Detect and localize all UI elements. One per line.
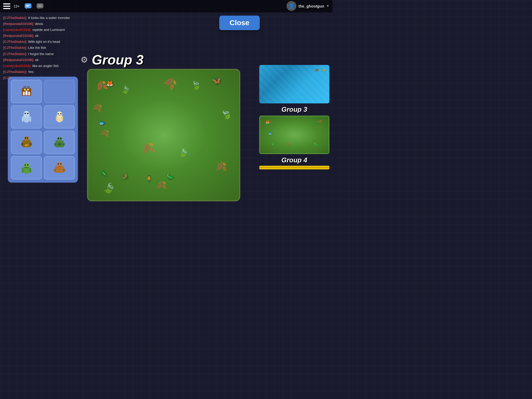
svg-rect-31 bbox=[21, 143, 23, 146]
svg-point-51 bbox=[57, 162, 62, 167]
mini-creature-1: 🦊 bbox=[265, 120, 270, 124]
water-preview[interactable]: 🦋 🐝 bbox=[259, 65, 329, 103]
chat-line-9: [candyskull1234]: like an angler fish bbox=[3, 63, 80, 69]
party-slot-2[interactable] bbox=[44, 80, 75, 103]
leaf-decoration: 🍂 bbox=[155, 179, 167, 190]
svg-point-23 bbox=[57, 111, 62, 117]
close-button[interactable]: Close bbox=[219, 16, 260, 30]
chat-line-6: [CJTheDiablo]: Like the fish bbox=[3, 45, 80, 51]
svg-rect-13 bbox=[28, 92, 30, 95]
svg-point-54 bbox=[57, 163, 59, 165]
svg-point-20 bbox=[24, 113, 26, 114]
chat-line-5: [CJTheDiablo]: With light on it's head bbox=[3, 39, 80, 45]
svg-rect-11 bbox=[23, 92, 25, 95]
svg-rect-18 bbox=[22, 117, 23, 122]
svg-rect-50 bbox=[55, 166, 64, 173]
user-area: 👤 the_ghostgun ▼ bbox=[287, 1, 329, 11]
map-creature-bottom4[interactable]: 🦕 bbox=[167, 173, 174, 179]
gold-progress-bar bbox=[259, 166, 329, 169]
chat-line-7: [CJTheDiablo]: I forgot the name bbox=[3, 51, 80, 57]
chat-message: reptide and Luminami bbox=[32, 28, 65, 32]
avatar: 👤 bbox=[287, 1, 296, 11]
svg-rect-25 bbox=[62, 116, 63, 121]
svg-rect-4 bbox=[37, 4, 43, 8]
party-slot-5[interactable] bbox=[11, 131, 42, 154]
chat-user-label: [CJTheDiablo]: bbox=[3, 52, 27, 56]
svg-point-27 bbox=[60, 113, 61, 115]
party-slot-4[interactable] bbox=[44, 105, 75, 129]
party-slot-1[interactable] bbox=[11, 80, 42, 103]
menu-icon[interactable] bbox=[3, 3, 10, 9]
svg-rect-46 bbox=[29, 168, 31, 173]
party-slot-3[interactable] bbox=[11, 105, 42, 129]
leaf-decoration: 🍂 bbox=[139, 140, 156, 156]
leaf-decoration: 🍃 bbox=[101, 180, 117, 196]
svg-point-34 bbox=[27, 137, 28, 139]
leaf-decoration: 🍃 bbox=[190, 79, 202, 91]
svg-point-41 bbox=[60, 138, 61, 139]
map-creature-bottom3[interactable]: 🧍 bbox=[145, 175, 152, 182]
leaf-decoration: 🍂 bbox=[215, 161, 228, 173]
map-creature-bottom2[interactable]: 🐊 bbox=[121, 173, 128, 179]
chat-message: ok bbox=[35, 34, 39, 38]
chat-message: dinos bbox=[35, 22, 43, 26]
gear-icon[interactable]: ⚙ bbox=[81, 55, 88, 65]
notification-icon[interactable] bbox=[35, 2, 45, 11]
svg-rect-24 bbox=[56, 116, 57, 121]
main-map: 🍂 🍃 🍂 🍃 🍂 🍃 🍂 🍂 🍃 🍂 🍃 🍂 🦊 🦋 🐟 🦎 🐊 🧍 🦕 bbox=[87, 69, 240, 201]
leaf-decoration: 🍃 bbox=[120, 84, 131, 95]
mini-creature-2: 🦋 bbox=[318, 119, 322, 123]
party-slot-6[interactable] bbox=[44, 131, 75, 154]
chat-message: Like the fish bbox=[28, 46, 46, 50]
svg-rect-0 bbox=[25, 4, 31, 8]
chat-line-4: [Redpanda010108]: ok bbox=[3, 33, 80, 39]
svg-marker-7 bbox=[38, 8, 40, 9]
chat-bubble-icon[interactable] bbox=[23, 2, 33, 11]
map-creature[interactable]: 🦊 bbox=[106, 80, 113, 87]
svg-rect-5 bbox=[38, 5, 42, 6]
mini-creature-5: 🐊 bbox=[286, 142, 290, 146]
party-slot-8[interactable] bbox=[44, 156, 75, 179]
chat-line-10: [CJTheDiablo]: Yes bbox=[3, 69, 80, 75]
svg-point-15 bbox=[27, 89, 29, 90]
mini-creature-4: 🦎 bbox=[270, 142, 275, 146]
username: the_ghostgun bbox=[298, 4, 324, 8]
mini-creature-6: 🦕 bbox=[314, 142, 318, 146]
mini-creature-3: 🐟 bbox=[268, 131, 272, 135]
chat-message: Yes bbox=[28, 70, 34, 74]
map-creature-blue[interactable]: 🐟 bbox=[99, 119, 105, 126]
svg-point-42 bbox=[57, 143, 62, 145]
svg-rect-45 bbox=[22, 168, 24, 173]
svg-rect-52 bbox=[54, 169, 56, 172]
svg-rect-39 bbox=[63, 143, 65, 146]
leaf-decoration: 🍂 bbox=[92, 102, 103, 112]
svg-point-55 bbox=[60, 163, 61, 165]
forest-preview[interactable]: 🦊 🦋 🐟 🦎 🐊 🦕 bbox=[259, 116, 329, 154]
group4-label: Group 4 bbox=[259, 156, 329, 164]
user-chevron-icon[interactable]: ▼ bbox=[326, 4, 329, 8]
svg-point-37 bbox=[57, 137, 62, 141]
svg-rect-53 bbox=[63, 169, 65, 172]
badge-count: 13+ bbox=[14, 4, 20, 8]
svg-rect-32 bbox=[30, 143, 32, 146]
svg-rect-12 bbox=[25, 91, 28, 95]
svg-rect-49 bbox=[24, 167, 29, 168]
map-creature-bottom1[interactable]: 🦎 bbox=[100, 170, 107, 177]
map-creature-butterfly[interactable]: 🦋 bbox=[212, 76, 221, 85]
party-panel bbox=[8, 77, 78, 183]
chat-message: I forgot the name bbox=[28, 52, 54, 56]
chat-user-label: [Redpanda010108]: bbox=[3, 58, 34, 62]
right-panel: 🦋 🐝 Group 3 🦊 🦋 🐟 🦎 🐊 🦕 Group 4 bbox=[259, 65, 329, 169]
group-title-area: ⚙ Group 3 bbox=[81, 52, 143, 68]
chat-user-label: [CJTheDiablo]: bbox=[3, 16, 27, 20]
svg-point-33 bbox=[25, 137, 26, 139]
leaf-decoration: 🍂 bbox=[162, 74, 179, 91]
water-creatures: 🦋 🐝 bbox=[314, 67, 326, 72]
svg-point-40 bbox=[57, 138, 59, 139]
chat-user-label: [CJTheDiablo]: bbox=[3, 70, 27, 74]
party-slot-7[interactable] bbox=[11, 156, 42, 179]
top-bar: 13+ 👤 the_ghostgun ▼ bbox=[0, 0, 332, 12]
svg-point-30 bbox=[24, 136, 29, 141]
chat-user-label: [Redpanda010108]: bbox=[3, 34, 34, 38]
chat-line-3: [candyskull1234]: reptide and Luminami bbox=[3, 27, 80, 33]
